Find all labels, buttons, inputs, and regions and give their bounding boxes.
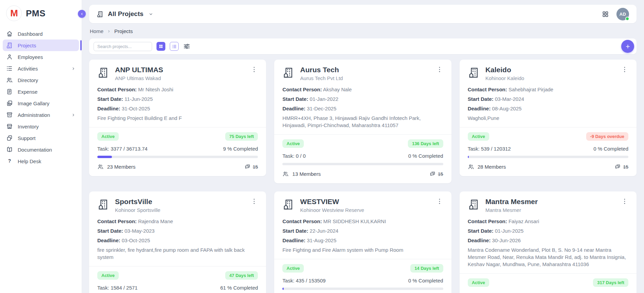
- sidebar-collapse-button[interactable]: [78, 10, 86, 18]
- project-description: Fire Fighting Project Building E and F: [97, 114, 258, 122]
- sidebar-item-expense[interactable]: Expense: [3, 86, 79, 97]
- members-group: 13 Members: [282, 171, 320, 177]
- card-menu-button[interactable]: [436, 66, 443, 73]
- sidebar-item-dashboard[interactable]: Dashboard: [3, 28, 79, 40]
- building-icon: [282, 66, 295, 79]
- project-scope-dropdown[interactable]: All Projects: [97, 10, 153, 18]
- home-icon: [6, 30, 13, 37]
- card-comments[interactable]: 15: [429, 171, 443, 177]
- divider: [274, 134, 451, 135]
- card-menu-button[interactable]: [250, 66, 258, 73]
- card-menu-button[interactable]: [436, 198, 443, 205]
- card-comments[interactable]: 15: [614, 164, 628, 170]
- contact-person-value: Sahebhajrat Pirjade: [509, 87, 554, 92]
- contact-person-value: Rajendra Mane: [138, 218, 173, 224]
- chat-count: 15: [253, 164, 258, 170]
- user-avatar[interactable]: AD: [616, 8, 629, 20]
- card-menu-button[interactable]: [621, 66, 628, 73]
- project-subtitle: Mantra Mesmer: [485, 207, 538, 213]
- sidebar-item-documentation[interactable]: Documentation: [3, 144, 79, 155]
- start-date-value: 01-Jan-2022: [310, 96, 338, 102]
- sidebar-item-help-desk[interactable]: ? Help Desk: [3, 155, 79, 167]
- task-count: Task: 435 / 153509: [282, 278, 326, 283]
- sidebar-item-inventory[interactable]: Inventory: [3, 121, 79, 132]
- status-badge: Active: [282, 264, 304, 273]
- building-icon: [282, 198, 295, 211]
- card-menu-button[interactable]: [621, 198, 628, 205]
- deadline-label: Deadline:: [282, 106, 306, 111]
- sidebar-item-projects[interactable]: Projects: [3, 40, 79, 51]
- sidebar-item-directory[interactable]: Directory: [3, 74, 79, 86]
- receipt-icon: [6, 88, 13, 95]
- breadcrumb-current: Projects: [114, 28, 133, 34]
- apps-grid-icon[interactable]: [602, 11, 609, 18]
- add-project-button[interactable]: [621, 40, 634, 53]
- contact-person-label: Contact Person:: [468, 87, 507, 92]
- project-card: Kaleido Kohinoor Kaleido Contact Person:…: [460, 60, 637, 176]
- app-name: PMS: [26, 8, 46, 19]
- project-card-grid: ANP ULTIMAS ANP Ultimas Wakad Contact Pe…: [89, 60, 637, 293]
- start-date-label: Start Date:: [97, 228, 123, 234]
- breadcrumb-home[interactable]: Home: [90, 28, 103, 34]
- list-view-button[interactable]: [170, 42, 179, 51]
- logo-letter: M: [10, 8, 18, 19]
- sidebar-item-label: Administration: [18, 112, 50, 118]
- members-count: 28 Members: [478, 164, 506, 170]
- chat-count: 15: [623, 164, 628, 170]
- days-left-badge: 136 Days left: [408, 139, 443, 148]
- grid-view-button[interactable]: [156, 42, 165, 51]
- start-date-label: Start Date:: [97, 96, 123, 102]
- status-badge: Active: [468, 132, 489, 141]
- sidebar-item-label: Documentation: [18, 147, 52, 153]
- project-name: ANP ULTIMAS: [115, 66, 163, 74]
- start-date-value: 03-May-2023: [125, 228, 154, 234]
- top-header: All Projects AD: [89, 5, 637, 23]
- completed-percent: 9 % Completed: [223, 146, 258, 152]
- deadline-value: 03-Oct-2025: [122, 237, 150, 243]
- sidebar-item-administration[interactable]: Administration: [3, 109, 79, 121]
- status-badge: Active: [97, 132, 119, 141]
- deadline-value: 31-Aug-2025: [307, 237, 336, 243]
- sidebar-item-support[interactable]: Support: [3, 132, 79, 144]
- divider: [274, 259, 451, 259]
- project-description: Fire Fighting and Fire Alarm system with…: [282, 246, 443, 253]
- building-icon: [97, 11, 104, 18]
- project-name: Kaleido: [485, 66, 524, 74]
- store-icon: [6, 123, 13, 130]
- members-count: 13 Members: [292, 171, 320, 177]
- progress-fill: [282, 288, 284, 290]
- deadline-label: Deadline:: [468, 237, 491, 243]
- logo-mark-icon: M: [6, 5, 22, 21]
- search-input[interactable]: [94, 42, 152, 51]
- divider: [460, 273, 637, 274]
- deadline-value: 31-Oct-2025: [122, 106, 150, 111]
- contact-person-label: Contact Person:: [282, 218, 322, 224]
- projects-toolbar: [89, 38, 637, 54]
- page-title: All Projects: [108, 10, 144, 18]
- building-icon: [97, 66, 110, 79]
- sidebar-item-label: Help Desk: [18, 158, 41, 164]
- card-menu-button[interactable]: [250, 198, 258, 205]
- contact-person-value: Akshay Nale: [323, 87, 352, 92]
- chat-icon: [614, 164, 621, 170]
- sidebar-item-image-gallary[interactable]: Image Gallary: [3, 97, 79, 109]
- filter-sliders-icon[interactable]: [183, 43, 191, 50]
- members-group: 28 Members: [468, 164, 506, 170]
- sidebar-item-activities[interactable]: Activities: [3, 63, 79, 74]
- chat-icon: [244, 164, 251, 170]
- deadline-label: Deadline:: [468, 106, 491, 111]
- chat-count: 15: [438, 171, 443, 177]
- sidebar-item-employees[interactable]: Employees: [3, 51, 79, 63]
- completed-percent: 61 % Completed: [220, 285, 258, 291]
- project-description: HMRR+4XH, Phase 3, Hinjawadi Rajiv Gandh…: [282, 114, 443, 129]
- start-date-value: 22-Jun-2024: [310, 228, 338, 234]
- list-icon: [6, 65, 13, 72]
- completed-percent: 0 % Completed: [593, 146, 628, 152]
- project-card: SportsVille Kohinoor Sportsville Contact…: [89, 191, 266, 293]
- deadline-value: 30-Jun-2026: [492, 237, 521, 243]
- start-date-label: Start Date:: [468, 96, 494, 102]
- contact-person-value: MR SIDDHESH KULKARNI: [323, 218, 386, 224]
- divider: [89, 266, 266, 266]
- contact-person-value: Faiyaz Ansari: [509, 218, 539, 224]
- card-comments[interactable]: 15: [244, 164, 258, 170]
